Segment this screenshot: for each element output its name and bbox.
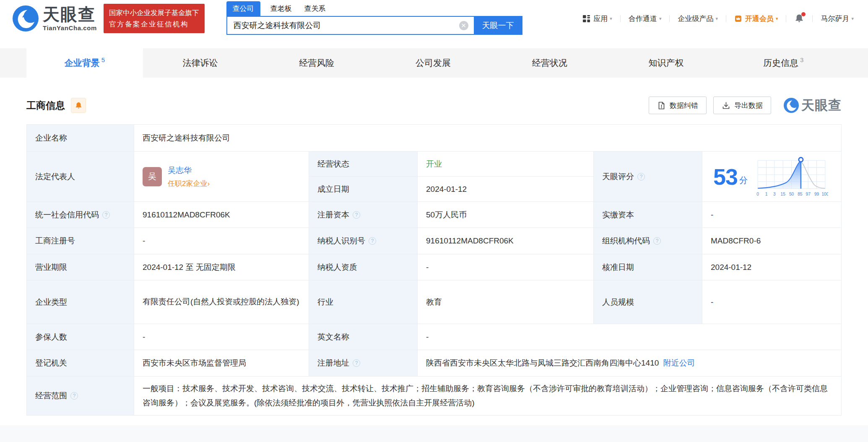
tab-company-background[interactable]: 企业背景5 <box>26 48 143 78</box>
search-tabs: 查公司 查老板 查关系 <box>226 2 522 16</box>
score-unit: 分 <box>739 175 748 186</box>
nav-divider <box>620 15 621 22</box>
document-alert-icon <box>657 101 666 110</box>
notifications-bell[interactable] <box>794 13 804 24</box>
bell-icon <box>75 102 83 110</box>
nearby-companies-link[interactable]: 附近公司 <box>663 358 695 369</box>
field-value-legal-rep: 吴 吴志华 任职2家企业› <box>134 152 309 202</box>
field-label-paid-capital: 实缴资本 <box>594 202 702 228</box>
export-data-button[interactable]: 导出数据 <box>713 97 771 114</box>
top-header: 天眼查 TianYanCha.com 国家中小企业发展子基金旗下 官方备案企业征… <box>0 0 868 37</box>
top-nav: 应用 ▾ 合作通道 ▾ 企业级产品 ▾ 开通会员 ▾ 马尔萨月 <box>582 13 854 24</box>
field-label-established: 成立日期 <box>309 177 418 202</box>
field-value-established: 2024-01-12 <box>418 177 594 202</box>
nav-divider <box>786 15 786 22</box>
tianyancha-logo-icon <box>784 98 799 113</box>
nav-cooperation-label: 合作通道 <box>629 14 657 24</box>
field-value-business-scope: 一般项目：技术服务、技术开发、技术咨询、技术交流、技术转让、技术推广；招生辅助服… <box>134 377 842 416</box>
field-value-address: 陕西省西安市未央区太华北路与凤城三路交汇西南角四海中心1410 附近公司 <box>418 350 842 377</box>
help-icon[interactable]: ? <box>353 211 360 219</box>
help-icon[interactable]: ? <box>637 173 645 180</box>
tab-operation-status[interactable]: 经营状况 <box>492 48 609 78</box>
field-label-company-type: 企业类型 <box>27 280 134 324</box>
vip-crown-icon <box>734 15 742 23</box>
field-value-credit-code: 91610112MAD8CFR06K <box>134 202 309 228</box>
tab-legal-lawsuits[interactable]: 法律诉讼 <box>143 48 260 78</box>
help-icon[interactable]: ? <box>369 237 376 245</box>
score-chart-tick: 1 <box>765 191 768 196</box>
field-value-status: 开业 <box>418 152 594 177</box>
company-tab-strip: 企业背景5 法律诉讼 经营风险 公司发展 经营状况 知识产权 历史信息3 <box>0 48 868 78</box>
help-icon[interactable]: ? <box>353 359 360 367</box>
field-value-paid-capital: - <box>702 202 842 228</box>
tianyancha-logo[interactable]: 天眼查 TianYanCha.com <box>13 5 97 31</box>
data-correction-button[interactable]: 数据纠错 <box>649 97 707 114</box>
watermark-label: 天眼查 <box>801 97 842 114</box>
tianyan-score-cell[interactable]: 53 分 <box>702 152 842 202</box>
nav-vip-label: 开通会员 <box>745 14 774 24</box>
field-label-english-name: 英文名称 <box>309 324 418 350</box>
nav-user-account[interactable]: 马尔萨月 ▾ <box>821 14 854 24</box>
score-chart-tick: 85 <box>798 191 803 196</box>
field-label-term: 营业期限 <box>27 254 134 280</box>
tab-count: 5 <box>101 56 105 63</box>
field-value-taxpayer-id: 91610112MAD8CFR06K <box>418 228 594 254</box>
field-value-term: 2024-01-12 至 无固定期限 <box>134 254 309 280</box>
field-value-company-name: 西安研之途科技有限公司 <box>134 125 842 152</box>
tianyancha-watermark: 天眼查 <box>784 97 842 114</box>
subscribe-alert-button[interactable] <box>71 98 86 113</box>
legal-rep-companies-link[interactable]: 任职2家企业 <box>168 180 207 188</box>
status-badge: 开业 <box>426 159 442 170</box>
chevron-down-icon: ▾ <box>851 16 854 21</box>
score-value: 53 <box>713 165 738 188</box>
search-tab-relation[interactable]: 查关系 <box>304 1 326 16</box>
field-label-reg-capital: 注册资本? <box>309 202 418 228</box>
tab-history-info[interactable]: 历史信息3 <box>725 48 842 78</box>
tab-intellectual-property[interactable]: 知识产权 <box>609 48 725 78</box>
score-chart-tick: 15 <box>781 191 786 196</box>
help-icon[interactable]: ? <box>70 392 78 400</box>
score-chart-tick: 3 <box>773 191 776 196</box>
score-chart-tick: 100 <box>821 191 828 196</box>
field-value-taxpayer-qual: - <box>418 254 594 280</box>
nav-divider <box>812 15 813 22</box>
tab-count: 3 <box>800 56 803 63</box>
chevron-down-icon: ▾ <box>610 16 612 21</box>
nav-enterprise-label: 企业级产品 <box>678 14 713 24</box>
search-tab-company[interactable]: 查公司 <box>226 1 260 16</box>
legal-rep-avatar[interactable]: 吴 <box>143 167 162 186</box>
nav-enterprise-products[interactable]: 企业级产品 ▾ <box>678 14 718 24</box>
field-label-company-name: 企业名称 <box>27 125 134 152</box>
field-value-approval-date: 2024-01-12 <box>702 254 842 280</box>
tianyancha-logo-icon <box>13 5 39 31</box>
field-value-company-type: 有限责任公司(自然人投资或控股的法人独资) <box>134 280 309 324</box>
field-label-tianyan-score: 天眼评分? <box>594 152 702 202</box>
field-label-taxpayer-qual: 纳税人资质 <box>309 254 418 280</box>
help-icon[interactable]: ? <box>102 211 110 219</box>
field-value-english-name: - <box>418 324 842 350</box>
legal-rep-name-link[interactable]: 吴志华 <box>168 165 210 176</box>
nav-open-vip[interactable]: 开通会员 ▾ <box>734 14 778 24</box>
search-tab-boss[interactable]: 查老板 <box>270 1 292 16</box>
search-block: 查公司 查老板 查关系 ✕ 天眼一下 <box>226 2 522 35</box>
tab-label: 公司发展 <box>416 57 451 69</box>
tab-operation-risk[interactable]: 经营风险 <box>259 48 376 78</box>
clear-search-icon[interactable]: ✕ <box>459 21 468 30</box>
tab-company-development[interactable]: 公司发展 <box>376 48 492 78</box>
export-data-label: 导出数据 <box>734 101 763 110</box>
search-input[interactable] <box>226 16 474 35</box>
chevron-down-icon: ▾ <box>715 16 718 21</box>
score-chart-tick: 0 <box>756 191 759 196</box>
nav-apps[interactable]: 应用 ▾ <box>582 14 612 24</box>
search-button[interactable]: 天眼一下 <box>474 16 522 35</box>
score-distribution-chart: 0 1 3 15 50 85 97 99 100 <box>754 155 828 198</box>
score-chart-tick: 99 <box>814 191 819 196</box>
business-info-table: 企业名称 西安研之途科技有限公司 法定代表人 吴 吴志华 任职2家企业› 经营状… <box>26 124 842 416</box>
tab-label: 法律诉讼 <box>183 57 218 69</box>
chevron-down-icon: ▾ <box>659 16 662 21</box>
download-icon <box>722 101 730 110</box>
nav-cooperation[interactable]: 合作通道 ▾ <box>629 14 662 24</box>
notification-dot <box>801 12 806 16</box>
tab-label: 经营状况 <box>532 57 567 69</box>
help-icon[interactable]: ? <box>653 237 661 245</box>
